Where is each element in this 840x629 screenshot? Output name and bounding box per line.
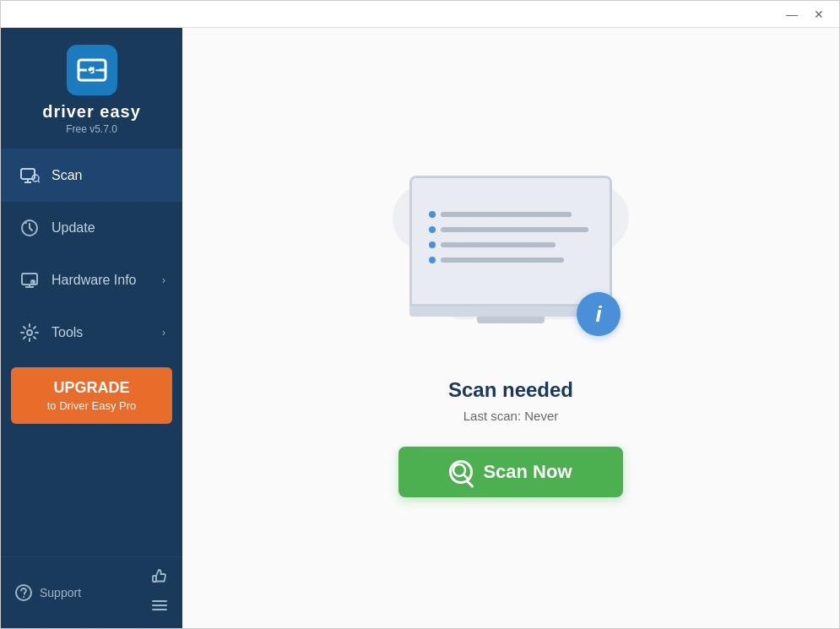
support-icon xyxy=(14,583,33,602)
svg-point-18 xyxy=(23,596,24,598)
svg-point-16 xyxy=(27,330,32,335)
thumbs-up-icon[interactable] xyxy=(150,567,169,589)
app-name: driver easy xyxy=(42,102,141,122)
support-label: Support xyxy=(40,586,81,599)
logo-svg: CE xyxy=(75,53,109,87)
svg-line-9 xyxy=(38,181,40,182)
laptop-dot-3 xyxy=(429,241,436,248)
sidebar-item-scan[interactable]: Scan xyxy=(1,149,182,202)
scan-icon xyxy=(18,164,41,187)
laptop-bar-3 xyxy=(441,242,555,247)
svg-rect-19 xyxy=(153,576,156,582)
tools-label: Tools xyxy=(51,325,162,340)
svg-text:CE: CE xyxy=(86,63,100,75)
laptop-stand xyxy=(477,317,545,323)
main-layout: CE driver easy Free v5.7.0 Sc xyxy=(1,28,839,628)
sidebar-item-update[interactable]: Update xyxy=(1,202,182,254)
close-button[interactable]: ✕ xyxy=(805,1,832,28)
scan-now-icon xyxy=(449,460,473,484)
info-badge: i xyxy=(577,292,621,336)
app-version: Free v5.7.0 xyxy=(66,123,117,135)
laptop-dot-2 xyxy=(429,226,436,233)
minimize-button[interactable]: — xyxy=(778,1,805,28)
hardware-info-arrow: › xyxy=(162,274,165,286)
upgrade-sub-text: to Driver Easy Pro xyxy=(19,399,164,414)
laptop-content xyxy=(412,198,610,285)
hardware-info-label: Hardware Info xyxy=(51,273,162,288)
titlebar: — ✕ xyxy=(1,1,839,28)
status-title: Scan needed xyxy=(448,378,573,402)
upgrade-main-text: UPGRADE xyxy=(19,377,164,399)
status-subtitle: Last scan: Never xyxy=(463,409,559,423)
scan-now-button[interactable]: Scan Now xyxy=(398,447,622,497)
laptop-line-3 xyxy=(429,241,593,248)
update-icon xyxy=(18,216,41,240)
sidebar-logo: CE driver easy Free v5.7.0 xyxy=(1,28,182,149)
laptop-line-1 xyxy=(429,211,593,218)
magnifier-icon xyxy=(452,463,470,481)
scan-illustration: i xyxy=(376,159,646,361)
sidebar: CE driver easy Free v5.7.0 Sc xyxy=(1,28,182,628)
laptop-screen xyxy=(409,176,612,306)
hardware-info-icon: i xyxy=(18,268,41,292)
sidebar-item-hardware-info[interactable]: i Hardware Info › xyxy=(1,254,182,306)
update-label: Update xyxy=(51,220,165,236)
upgrade-button[interactable]: UPGRADE to Driver Easy Pro xyxy=(11,367,172,424)
laptop-dot-1 xyxy=(429,211,436,218)
tools-icon xyxy=(18,321,41,344)
scan-label: Scan xyxy=(51,168,165,183)
laptop-bar-2 xyxy=(441,227,588,232)
sidebar-bottom: Support xyxy=(1,556,182,628)
app-logo-icon: CE xyxy=(67,45,117,95)
main-content: i Scan needed Last scan: Never Scan Now xyxy=(182,28,839,628)
tools-arrow: › xyxy=(162,327,165,339)
laptop-bar-1 xyxy=(441,212,572,217)
laptop-line-4 xyxy=(429,257,593,263)
sidebar-item-tools[interactable]: Tools › xyxy=(1,306,182,359)
menu-icon[interactable] xyxy=(150,596,169,618)
laptop-bar-4 xyxy=(441,258,564,263)
laptop-line-2 xyxy=(429,226,593,233)
support-link[interactable]: Support xyxy=(14,583,81,602)
svg-text:i: i xyxy=(31,280,32,285)
app-window: — ✕ CE driver easy Free v5.7.0 xyxy=(0,0,840,629)
svg-line-24 xyxy=(464,475,469,480)
laptop-dot-4 xyxy=(429,257,436,263)
scan-now-label: Scan Now xyxy=(483,461,572,483)
svg-point-17 xyxy=(16,585,31,600)
